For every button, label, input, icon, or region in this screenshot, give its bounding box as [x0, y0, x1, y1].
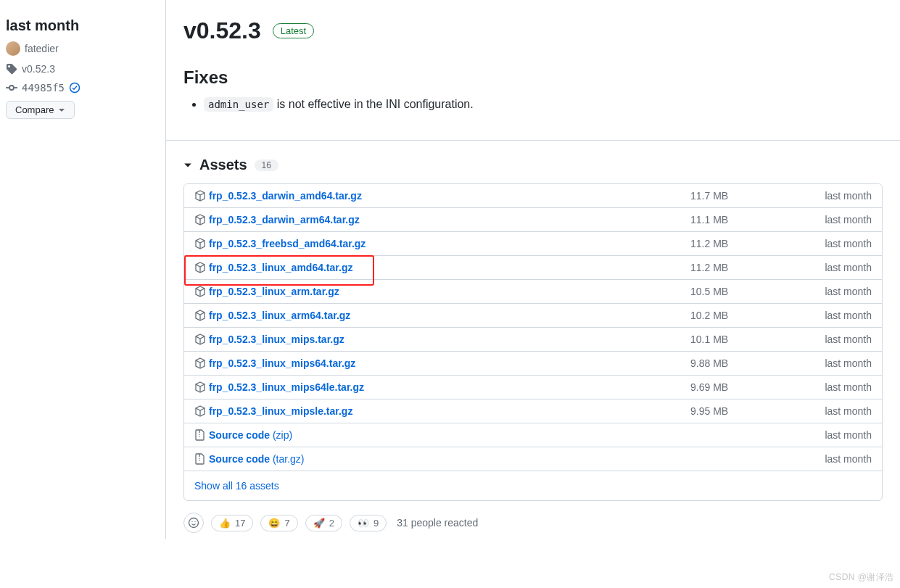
- release-time-heading: last month: [6, 17, 160, 34]
- asset-download-link[interactable]: frp_0.52.3_linux_mipsle.tar.gz: [209, 405, 352, 417]
- compare-label: Compare: [15, 104, 54, 115]
- release-main: v0.52.3 Latest Fixes admin_user is not e…: [165, 0, 900, 539]
- asset-name-cell: frp_0.52.3_linux_mips.tar.gz: [194, 334, 690, 345]
- asset-date: last month: [799, 429, 872, 441]
- fixes-heading: Fixes: [183, 67, 883, 88]
- asset-size: 9.88 MB: [690, 357, 799, 369]
- thumbs-up-icon: 👍: [219, 518, 231, 529]
- package-icon: [194, 405, 206, 417]
- asset-size: 11.1 MB: [690, 214, 799, 225]
- asset-date: last month: [799, 238, 872, 249]
- show-all-assets-link[interactable]: Show all 16 assets: [194, 480, 279, 492]
- asset-size: 11.7 MB: [690, 190, 799, 202]
- package-icon: [194, 357, 206, 369]
- asset-name-cell: frp_0.52.3_darwin_arm64.tar.gz: [194, 214, 690, 225]
- reaction-rocket[interactable]: 🚀 2: [305, 515, 342, 531]
- divider: [166, 140, 900, 141]
- asset-download-link[interactable]: Source code (zip): [209, 429, 292, 441]
- asset-date: last month: [799, 214, 872, 225]
- asset-download-link[interactable]: frp_0.52.3_linux_arm.tar.gz: [209, 286, 339, 297]
- asset-date: last month: [799, 262, 872, 273]
- asset-row: frp_0.52.3_linux_amd64.tar.gz11.2 MBlast…: [184, 256, 882, 280]
- package-icon: [194, 310, 206, 321]
- asset-date: last month: [799, 453, 872, 465]
- asset-download-link[interactable]: frp_0.52.3_linux_mips64.tar.gz: [209, 357, 355, 369]
- asset-date: last month: [799, 286, 872, 297]
- asset-name-suffix: (tar.gz): [270, 453, 304, 465]
- asset-download-link[interactable]: frp_0.52.3_linux_mips.tar.gz: [209, 334, 344, 345]
- asset-name-cell: frp_0.52.3_linux_mips64.tar.gz: [194, 357, 690, 369]
- asset-size: 10.2 MB: [690, 310, 799, 321]
- laugh-icon: 😄: [268, 518, 280, 529]
- asset-size: 9.95 MB: [690, 405, 799, 417]
- asset-name-cell: Source code (tar.gz): [194, 453, 690, 465]
- reactions-summary: 31 people reacted: [397, 517, 478, 529]
- avatar: [6, 41, 20, 56]
- package-icon: [194, 238, 206, 249]
- asset-row: Source code (zip)last month: [184, 423, 882, 447]
- svg-point-5: [191, 521, 192, 522]
- assets-header[interactable]: Assets 16: [183, 157, 883, 173]
- eyes-icon: 👀: [358, 518, 369, 529]
- asset-date: last month: [799, 405, 872, 417]
- asset-download-link[interactable]: frp_0.52.3_linux_arm64.tar.gz: [209, 310, 350, 321]
- asset-row: frp_0.52.3_linux_mips64.tar.gz9.88 MBlas…: [184, 352, 882, 376]
- package-icon: [194, 214, 206, 225]
- reaction-count: 17: [235, 518, 245, 529]
- author-row[interactable]: fatedier: [6, 41, 160, 56]
- reaction-count: 2: [329, 518, 334, 529]
- reaction-eyes[interactable]: 👀 9: [350, 515, 387, 531]
- package-icon: [194, 334, 206, 345]
- package-icon: [194, 190, 206, 202]
- author-link[interactable]: fatedier: [25, 43, 59, 54]
- verified-icon: [69, 82, 80, 94]
- show-all-row: Show all 16 assets: [184, 471, 882, 500]
- triangle-down-icon: [58, 107, 65, 114]
- svg-point-4: [189, 518, 199, 528]
- asset-download-link[interactable]: Source code (tar.gz): [209, 453, 305, 465]
- compare-button[interactable]: Compare: [6, 101, 75, 119]
- reaction-thumbs-up[interactable]: 👍 17: [211, 515, 253, 531]
- asset-name-cell: frp_0.52.3_linux_amd64.tar.gz: [194, 262, 690, 273]
- tag-icon: [6, 63, 17, 75]
- asset-date: last month: [799, 310, 872, 321]
- asset-download-link[interactable]: frp_0.52.3_darwin_arm64.tar.gz: [209, 214, 360, 225]
- asset-row: frp_0.52.3_freebsd_amd64.tar.gz11.2 MBla…: [184, 232, 882, 256]
- asset-size: 10.1 MB: [690, 334, 799, 345]
- fix-text: is not effective in the INI configuratio…: [273, 98, 473, 110]
- tag-link[interactable]: v0.52.3: [22, 63, 55, 75]
- release-title: v0.52.3: [183, 17, 261, 44]
- asset-row: frp_0.52.3_linux_mips64le.tar.gz9.69 MBl…: [184, 376, 882, 399]
- asset-date: last month: [799, 334, 872, 345]
- asset-download-link[interactable]: frp_0.52.3_linux_mips64le.tar.gz: [209, 381, 364, 393]
- assets-heading: Assets: [199, 157, 247, 173]
- svg-point-0: [9, 86, 14, 90]
- reactions-bar: 👍 17 😄 7 🚀 2 👀 9 31 people reacted: [183, 513, 883, 533]
- file-zip-icon: [194, 453, 206, 465]
- asset-download-link[interactable]: frp_0.52.3_darwin_amd64.tar.gz: [209, 190, 362, 202]
- asset-name-cell: frp_0.52.3_linux_arm64.tar.gz: [194, 310, 690, 321]
- asset-row: frp_0.52.3_linux_arm64.tar.gz10.2 MBlast…: [184, 304, 882, 328]
- tag-row[interactable]: v0.52.3: [6, 63, 160, 75]
- asset-name-cell: frp_0.52.3_freebsd_amd64.tar.gz: [194, 238, 690, 249]
- asset-size: 11.2 MB: [690, 238, 799, 249]
- assets-count-badge: 16: [255, 160, 278, 171]
- asset-name-cell: frp_0.52.3_darwin_amd64.tar.gz: [194, 190, 690, 202]
- add-reaction-button[interactable]: [183, 513, 204, 533]
- assets-table: frp_0.52.3_darwin_amd64.tar.gz11.7 MBlas…: [183, 183, 883, 501]
- package-icon: [194, 262, 206, 273]
- asset-name-cell: frp_0.52.3_linux_arm.tar.gz: [194, 286, 690, 297]
- file-zip-icon: [194, 429, 206, 441]
- asset-row: frp_0.52.3_darwin_amd64.tar.gz11.7 MBlas…: [184, 184, 882, 208]
- asset-download-link[interactable]: frp_0.52.3_linux_amd64.tar.gz: [209, 262, 352, 273]
- asset-date: last month: [799, 381, 872, 393]
- asset-download-link[interactable]: frp_0.52.3_freebsd_amd64.tar.gz: [209, 238, 366, 249]
- fix-item: admin_user is not effective in the INI c…: [204, 98, 883, 111]
- commit-row[interactable]: 44985f5: [6, 82, 160, 94]
- reaction-laugh[interactable]: 😄 7: [260, 515, 297, 531]
- asset-date: last month: [799, 190, 872, 202]
- commit-link[interactable]: 44985f5: [22, 82, 65, 94]
- asset-row: frp_0.52.3_linux_mips.tar.gz10.1 MBlast …: [184, 328, 882, 352]
- asset-row: frp_0.52.3_linux_arm.tar.gz10.5 MBlast m…: [184, 280, 882, 304]
- asset-name-cell: frp_0.52.3_linux_mips64le.tar.gz: [194, 381, 690, 393]
